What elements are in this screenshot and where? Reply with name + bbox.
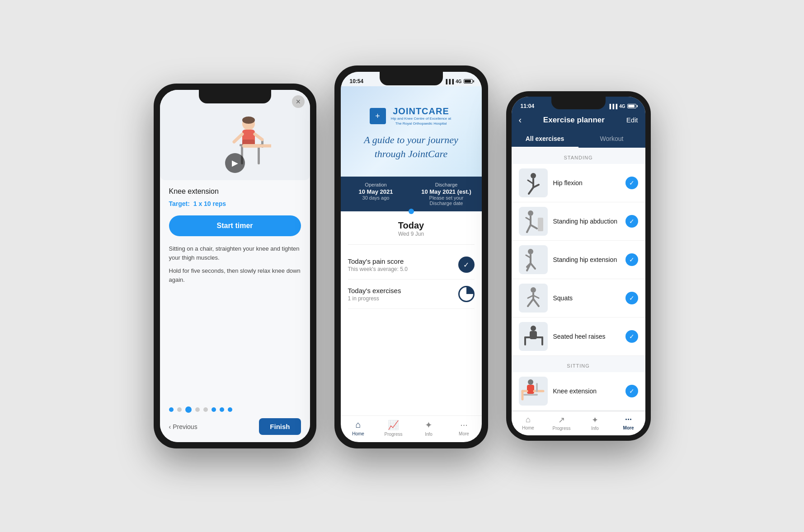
exercise-heel-raises[interactable]: Seated heel raises ✓ bbox=[512, 317, 645, 356]
name-heel-raises: Seated heel raises bbox=[553, 333, 620, 340]
svg-line-12 bbox=[255, 134, 262, 140]
tab-home-2[interactable]: ⌂ Home bbox=[341, 420, 376, 437]
instruction-1: Sitting on a chair, straighten your knee… bbox=[169, 244, 301, 262]
discharge-info: Discharge 10 May 2021 (est.) Please set … bbox=[411, 177, 482, 211]
thumb-hip-flexion bbox=[519, 168, 548, 197]
dot-2 bbox=[177, 407, 182, 412]
section-sitting: SITTING bbox=[512, 356, 645, 372]
exercise-knee-extension[interactable]: Knee extension ✓ bbox=[512, 372, 645, 411]
exercises-sub: 1 in progress bbox=[348, 295, 401, 302]
exercise-body: Knee extension Target: 1 x 10 reps Start… bbox=[160, 180, 310, 406]
svg-point-5 bbox=[242, 117, 255, 124]
phone-2: 10:54 ▐▐▐ 4G + JOINTCARE Hip and Knee Ce… bbox=[334, 65, 488, 448]
today-section: Today Wed 9 Jun Today's pain score This … bbox=[341, 211, 482, 415]
svg-rect-1 bbox=[258, 146, 260, 164]
name-squats: Squats bbox=[553, 294, 620, 302]
pain-score-label: Today's pain score bbox=[348, 257, 408, 265]
exercise-list: STANDING bbox=[512, 148, 645, 411]
tab-info-3[interactable]: ✦ Info bbox=[578, 415, 612, 431]
finish-button[interactable]: Finish bbox=[259, 418, 301, 435]
phone-3: 11:04 ▐▐▐ 4G ‹ Exercise planner Edit All… bbox=[506, 91, 651, 441]
info-icon-3: ✦ bbox=[592, 415, 598, 425]
home-icon: ⌂ bbox=[355, 420, 361, 430]
tab-progress-3[interactable]: ↗ Progress bbox=[545, 415, 578, 431]
dot-6 bbox=[212, 407, 216, 412]
thumb-squats bbox=[519, 284, 548, 313]
dot-1 bbox=[169, 407, 174, 412]
tab-progress-2[interactable]: 📈 Progress bbox=[376, 420, 411, 437]
name-hip-extension: Standing hip extension bbox=[553, 256, 620, 263]
exercises-progress bbox=[458, 286, 475, 302]
status-time-3: 11:04 bbox=[521, 103, 535, 109]
pain-score-check: ✓ bbox=[458, 257, 475, 273]
notch-1 bbox=[199, 90, 271, 103]
battery-icon-2 bbox=[464, 79, 473, 84]
check-hip-abduction: ✓ bbox=[625, 215, 638, 228]
svg-rect-47 bbox=[536, 383, 538, 392]
section-standing: STANDING bbox=[512, 148, 645, 164]
dot-4 bbox=[195, 407, 200, 412]
battery-icon-3 bbox=[627, 104, 636, 108]
name-hip-abduction: Standing hip abduction bbox=[553, 218, 620, 225]
svg-point-18 bbox=[528, 210, 533, 216]
back-button[interactable]: ‹ bbox=[519, 115, 522, 125]
exercises-item[interactable]: Today's exercises 1 in progress bbox=[348, 280, 475, 309]
edit-button[interactable]: Edit bbox=[626, 116, 638, 124]
svg-line-11 bbox=[234, 134, 242, 142]
today-title: Today bbox=[348, 220, 475, 231]
svg-line-32 bbox=[528, 299, 533, 306]
svg-line-33 bbox=[533, 299, 539, 306]
svg-line-15 bbox=[529, 187, 533, 194]
svg-point-24 bbox=[528, 249, 533, 254]
home-icon-3: ⌂ bbox=[526, 415, 531, 425]
phone2-content: 10:54 ▐▐▐ 4G + JOINTCARE Hip and Knee Ce… bbox=[341, 72, 482, 442]
info-icon: ✦ bbox=[425, 420, 433, 430]
planner-tabs: All exercises Workout bbox=[512, 131, 645, 148]
tab-bar-3: ⌂ Home ↗ Progress ✦ Info ··· More bbox=[512, 411, 645, 435]
tab-workout[interactable]: Workout bbox=[578, 131, 645, 148]
signal-icons-3: ▐▐▐ 4G bbox=[608, 104, 636, 109]
phone1-content: ✕ ▶ Knee extension Target: 1 x 10 reps S… bbox=[160, 90, 310, 442]
svg-rect-37 bbox=[530, 331, 537, 339]
svg-point-42 bbox=[528, 379, 533, 385]
pain-score-item[interactable]: Today's pain score This week's average: … bbox=[348, 250, 475, 280]
planner-title: Exercise planner bbox=[543, 116, 605, 125]
close-button[interactable]: ✕ bbox=[292, 95, 305, 108]
exercise-hip-flexion[interactable]: Hip flexion ✓ bbox=[512, 164, 645, 202]
today-header: Today Wed 9 Jun bbox=[348, 211, 475, 239]
notch-2 bbox=[380, 72, 443, 85]
tab-home-3[interactable]: ⌂ Home bbox=[512, 415, 545, 431]
svg-point-13 bbox=[531, 173, 536, 178]
notch-3 bbox=[551, 97, 606, 109]
tab-more-2[interactable]: ··· More bbox=[447, 420, 482, 437]
progress-icon-3: ↗ bbox=[558, 415, 565, 425]
logo-icon: + bbox=[370, 108, 386, 124]
dot-7 bbox=[220, 407, 224, 412]
operation-info: Operation 10 May 2021 30 days ago bbox=[341, 177, 411, 211]
thumb-hip-abduction bbox=[519, 207, 548, 236]
more-icon-3: ··· bbox=[625, 415, 632, 425]
start-timer-button[interactable]: Start timer bbox=[169, 215, 301, 236]
thumb-hip-extension bbox=[519, 245, 548, 274]
divider-1 bbox=[348, 244, 475, 245]
tab-all-exercises[interactable]: All exercises bbox=[512, 131, 578, 148]
exercise-hip-extension[interactable]: Standing hip extension ✓ bbox=[512, 241, 645, 279]
tab-more-3[interactable]: ··· More bbox=[612, 415, 645, 431]
exercise-squats[interactable]: Squats ✓ bbox=[512, 279, 645, 317]
status-time-2: 10:54 bbox=[350, 78, 364, 84]
play-button[interactable]: ▶ bbox=[225, 153, 245, 173]
exercise-hip-abduction[interactable]: Standing hip abduction ✓ bbox=[512, 202, 645, 241]
check-hip-extension: ✓ bbox=[625, 253, 638, 266]
previous-button[interactable]: ‹ Previous bbox=[169, 423, 197, 430]
check-knee-extension: ✓ bbox=[625, 385, 638, 397]
svg-rect-23 bbox=[538, 218, 543, 231]
svg-line-28 bbox=[531, 263, 535, 269]
timeline: Operation 10 May 2021 30 days ago Discha… bbox=[341, 177, 482, 211]
logo-text: JOINTCARE bbox=[390, 106, 453, 117]
thumb-knee-extension bbox=[519, 377, 548, 406]
tab-info-2[interactable]: ✦ Info bbox=[411, 420, 447, 437]
svg-rect-8 bbox=[242, 144, 261, 148]
exercise-image-area: ✕ ▶ bbox=[160, 90, 310, 180]
more-icon: ··· bbox=[460, 420, 468, 430]
check-hip-flexion: ✓ bbox=[625, 177, 638, 189]
